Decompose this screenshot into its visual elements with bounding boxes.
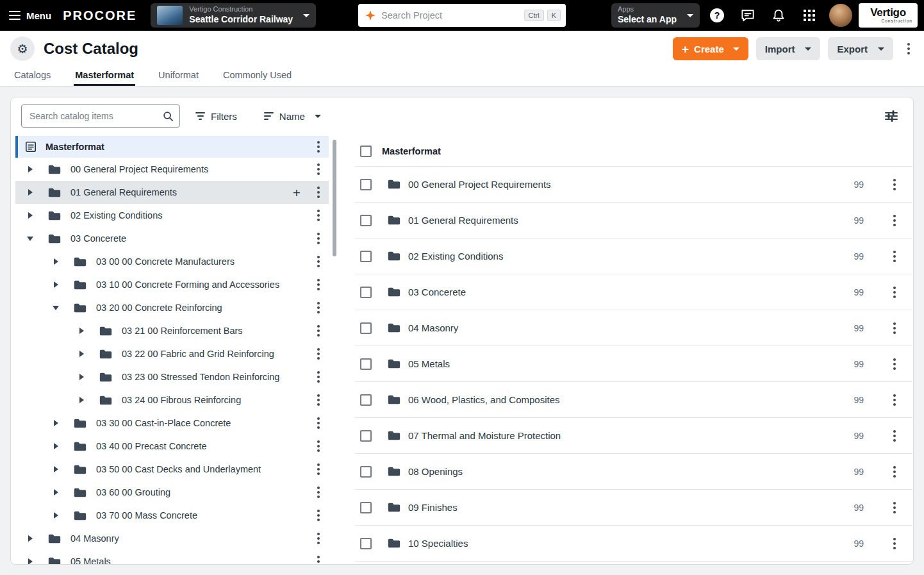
list-row-menu-button[interactable] bbox=[889, 463, 900, 480]
list-row-menu-button[interactable] bbox=[889, 248, 900, 265]
list-row-menu-button[interactable] bbox=[889, 320, 900, 337]
list-row-menu-button[interactable] bbox=[889, 392, 900, 408]
filters-button[interactable]: Filters bbox=[195, 111, 237, 122]
expand-caret-icon[interactable] bbox=[52, 512, 60, 519]
row-checkbox[interactable] bbox=[360, 538, 372, 549]
expand-caret-icon[interactable] bbox=[52, 489, 60, 496]
tree-item[interactable]: 03 10 00 Concrete Forming and Accessorie… bbox=[15, 273, 329, 296]
expand-caret-icon[interactable] bbox=[78, 351, 85, 357]
list-row[interactable]: 07 Thermal and Moisture Protection99 bbox=[355, 418, 912, 454]
notifications-button[interactable] bbox=[765, 1, 792, 29]
tree-item[interactable]: 01 General Requirements+ bbox=[15, 181, 329, 204]
tree-item-menu-button[interactable] bbox=[313, 276, 324, 293]
row-checkbox[interactable] bbox=[360, 287, 372, 298]
tab-masterformat[interactable]: Masterformat bbox=[74, 67, 135, 86]
tree-root-menu-button[interactable] bbox=[313, 138, 324, 155]
expand-caret-icon[interactable] bbox=[52, 420, 60, 426]
project-search-input[interactable] bbox=[381, 10, 521, 21]
select-all-checkbox[interactable] bbox=[360, 146, 372, 157]
tree-item-menu-button[interactable] bbox=[313, 322, 324, 339]
tree-item-menu-button[interactable] bbox=[313, 184, 324, 201]
tree-item[interactable]: 00 General Project Requirements bbox=[15, 158, 329, 181]
tree-item[interactable]: 03 22 00 Fabric and Grid Reinforcing bbox=[15, 342, 329, 365]
list-row[interactable]: 04 Masonry99 bbox=[355, 310, 912, 346]
project-search[interactable]: Ctrl K bbox=[358, 4, 566, 27]
list-row-menu-button[interactable] bbox=[889, 535, 900, 552]
list-row[interactable]: 08 Openings99 bbox=[355, 454, 912, 490]
tree-item[interactable]: 03 50 00 Cast Decks and Underlayment bbox=[15, 458, 329, 481]
tree-item[interactable]: 03 21 00 Reinforcement Bars bbox=[15, 319, 329, 342]
expand-caret-icon[interactable] bbox=[26, 189, 34, 196]
tree-item[interactable]: 03 60 00 Grouting bbox=[15, 481, 329, 504]
row-checkbox[interactable] bbox=[360, 502, 372, 513]
tree-item[interactable]: 03 70 00 Mass Concrete bbox=[15, 504, 329, 527]
expand-caret-icon[interactable] bbox=[52, 258, 60, 265]
tree-item-menu-button[interactable] bbox=[313, 507, 324, 524]
expand-caret-icon[interactable] bbox=[52, 443, 60, 449]
project-selector[interactable]: Vertigo Construction Seattle Corridor Ra… bbox=[151, 3, 316, 28]
apps-grid-button[interactable] bbox=[796, 1, 823, 29]
tree-item[interactable]: 03 Concerete bbox=[15, 227, 329, 250]
tree-item-menu-button[interactable] bbox=[313, 438, 324, 454]
expand-caret-icon[interactable] bbox=[26, 212, 34, 219]
row-checkbox[interactable] bbox=[360, 430, 372, 442]
catalog-search-input[interactable] bbox=[22, 105, 179, 127]
tree-item-menu-button[interactable] bbox=[313, 392, 324, 408]
tree-item-menu-button[interactable] bbox=[313, 484, 324, 501]
expand-caret-icon[interactable] bbox=[26, 166, 34, 172]
row-checkbox[interactable] bbox=[360, 322, 372, 334]
expand-caret-icon[interactable] bbox=[78, 397, 85, 403]
tree-item[interactable]: 03 30 00 Cast-in-Place Concrete bbox=[15, 412, 329, 435]
list-row[interactable]: 00 General Project Requirements99 bbox=[355, 167, 912, 203]
main-menu-button[interactable]: Menu bbox=[9, 10, 51, 21]
tree-item-menu-button[interactable] bbox=[313, 553, 324, 564]
list-row[interactable]: 01 General Requirements99 bbox=[355, 203, 912, 238]
list-row-menu-button[interactable] bbox=[889, 499, 900, 516]
list-row-menu-button[interactable] bbox=[889, 212, 900, 229]
expand-caret-icon[interactable] bbox=[26, 558, 34, 564]
collapse-caret-icon[interactable] bbox=[52, 306, 60, 310]
tree-item[interactable]: 03 24 00 Fibrous Reinforcing bbox=[15, 388, 329, 412]
tab-catalogs[interactable]: Catalogs bbox=[13, 67, 52, 86]
expand-caret-icon[interactable] bbox=[52, 466, 60, 472]
tree-item[interactable]: 03 23 00 Stressed Tendon Reinforcing bbox=[15, 365, 329, 388]
expand-caret-icon[interactable] bbox=[26, 535, 34, 542]
list-row[interactable]: 02 Existing Conditions99 bbox=[355, 238, 912, 274]
tree-item-menu-button[interactable] bbox=[313, 230, 324, 247]
list-row[interactable]: 05 Metals99 bbox=[355, 346, 912, 382]
tree-root-masterformat[interactable]: Masterformat bbox=[15, 136, 329, 158]
list-row-menu-button[interactable] bbox=[889, 428, 900, 444]
list-row-menu-button[interactable] bbox=[889, 356, 900, 372]
tree-item-menu-button[interactable] bbox=[313, 369, 324, 385]
row-checkbox[interactable] bbox=[360, 251, 372, 262]
sort-button[interactable]: Name bbox=[264, 111, 321, 122]
help-button[interactable]: ? bbox=[704, 1, 730, 29]
list-row[interactable]: 10 Specialties99 bbox=[355, 526, 912, 562]
user-avatar[interactable] bbox=[829, 4, 852, 27]
list-row[interactable]: 03 Concerete99 bbox=[355, 274, 912, 310]
catalog-search[interactable] bbox=[21, 104, 180, 128]
row-checkbox[interactable] bbox=[360, 394, 372, 406]
list-row-menu-button[interactable] bbox=[889, 284, 900, 301]
tree-item[interactable]: 02 Existing Conditions bbox=[15, 204, 329, 227]
list-row-menu-button[interactable] bbox=[889, 176, 900, 193]
row-checkbox[interactable] bbox=[360, 215, 372, 226]
tree-scrollbar[interactable] bbox=[333, 140, 336, 256]
chat-button[interactable] bbox=[734, 1, 761, 29]
tool-gear-icon[interactable]: ⚙ bbox=[10, 37, 35, 61]
procore-logo[interactable]: PROCORE bbox=[63, 8, 136, 23]
row-checkbox[interactable] bbox=[360, 466, 372, 478]
app-selector[interactable]: Apps Select an App bbox=[611, 3, 700, 28]
tree-item[interactable]: 04 Masonry bbox=[15, 527, 329, 550]
create-button[interactable]: + Create bbox=[673, 37, 748, 60]
row-checkbox[interactable] bbox=[360, 179, 372, 190]
tree-item-menu-button[interactable] bbox=[313, 299, 324, 316]
tree-item[interactable]: 03 40 00 Precast Concrete bbox=[15, 435, 329, 458]
tree-item[interactable]: 05 Metals bbox=[15, 550, 329, 564]
expand-caret-icon[interactable] bbox=[78, 328, 85, 334]
tree-item-menu-button[interactable] bbox=[313, 415, 324, 431]
tree-item-menu-button[interactable] bbox=[313, 207, 324, 224]
import-button[interactable]: Import bbox=[756, 37, 821, 60]
view-settings-button[interactable] bbox=[880, 104, 903, 128]
tree-item-menu-button[interactable] bbox=[313, 461, 324, 478]
